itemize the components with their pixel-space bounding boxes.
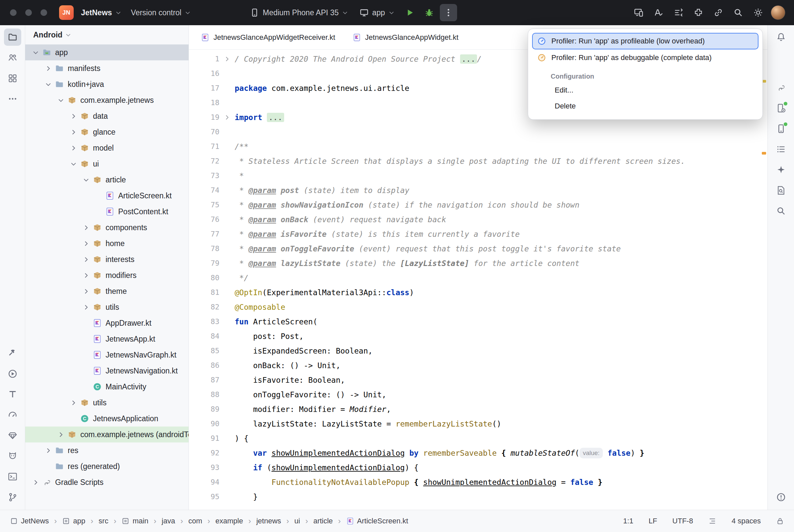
code-line-72[interactable]: 72 * Stateless Article Screen that displ… bbox=[189, 154, 768, 169]
breadcrumb-app[interactable]: app bbox=[62, 517, 85, 525]
tree-item-res-generated-[interactable]: res (generated) bbox=[25, 458, 188, 474]
profiler-debuggable-option[interactable]: Profiler: Run 'app' as debuggable (compl… bbox=[532, 50, 758, 66]
tree-item-res[interactable]: res bbox=[25, 442, 188, 458]
chevron-down-icon[interactable] bbox=[42, 81, 54, 88]
build-variants-icon[interactable] bbox=[670, 4, 687, 21]
code-line-74[interactable]: 74 * @param post (state) item to display bbox=[189, 183, 768, 198]
chevron-down-icon[interactable] bbox=[80, 176, 92, 184]
breadcrumb-java[interactable]: java bbox=[162, 517, 175, 525]
tree-item-JetnewsNavGraph.kt[interactable]: JetnewsNavGraph.kt bbox=[25, 347, 188, 363]
code-line-92[interactable]: 92 var showUnimplementedActionDialog by … bbox=[189, 446, 768, 460]
code-line-85[interactable]: 85 isExpandedScreen: Boolean, bbox=[189, 344, 768, 358]
code-line-87[interactable]: 87 isFavorite: Boolean, bbox=[189, 373, 768, 387]
code-line-70[interactable]: 70 bbox=[189, 125, 768, 139]
tree-item-app[interactable]: app bbox=[25, 44, 188, 60]
chevron-right-icon[interactable] bbox=[80, 304, 92, 311]
tree-item-ArticleScreen.kt[interactable]: ArticleScreen.kt bbox=[25, 188, 188, 204]
todo-icon[interactable] bbox=[4, 386, 21, 403]
run-configuration-selector[interactable]: app bbox=[355, 4, 399, 21]
tree-item-Gradle-Scripts[interactable]: Gradle Scripts bbox=[25, 474, 188, 490]
chevron-right-icon[interactable] bbox=[80, 272, 92, 279]
chevron-right-icon[interactable] bbox=[42, 65, 54, 72]
chevron-right-icon[interactable] bbox=[30, 479, 41, 486]
plugins-icon[interactable] bbox=[690, 4, 707, 21]
code-line-95[interactable]: 95 } bbox=[189, 490, 768, 504]
tree-item-MainActivity[interactable]: CMainActivity bbox=[25, 379, 188, 395]
profiler-icon[interactable] bbox=[4, 406, 21, 423]
chevron-right-icon[interactable] bbox=[68, 145, 79, 152]
project-icon[interactable] bbox=[4, 28, 21, 46]
breadcrumb-main[interactable]: main bbox=[122, 517, 148, 525]
tree-item-JetnewsApp.kt[interactable]: JetnewsApp.kt bbox=[25, 331, 188, 347]
tree-item-manifests[interactable]: manifests bbox=[25, 60, 188, 76]
breadcrumb-JetNews[interactable]: JetNews bbox=[10, 517, 49, 525]
tree-item-ui[interactable]: ui bbox=[25, 156, 188, 172]
editor-tab-JetnewsGlanceAppWidget.kt[interactable]: JetnewsGlanceAppWidget.kt bbox=[344, 25, 467, 50]
tree-item-JetnewsNavigation.kt[interactable]: JetnewsNavigation.kt bbox=[25, 363, 188, 379]
run-tool-window-icon[interactable] bbox=[4, 365, 21, 382]
pull-requests-icon[interactable] bbox=[4, 49, 21, 66]
code-line-76[interactable]: 76 * @param onBack (event) request navig… bbox=[189, 212, 768, 227]
profiler-profileable-option[interactable]: Profiler: Run 'app' as profileable (low … bbox=[532, 33, 758, 50]
chevron-right-icon[interactable] bbox=[68, 399, 79, 406]
chevron-right-icon[interactable] bbox=[68, 129, 79, 136]
chevron-right-icon[interactable] bbox=[68, 113, 79, 120]
code-line-84[interactable]: 84 post: Post, bbox=[189, 329, 768, 344]
more-tool-windows-icon[interactable] bbox=[4, 90, 21, 108]
tree-item-home[interactable]: home bbox=[25, 235, 188, 251]
breadcrumb-article[interactable]: article bbox=[313, 517, 333, 525]
gemini-icon[interactable] bbox=[772, 161, 790, 178]
tree-item-article[interactable]: article bbox=[25, 172, 188, 188]
device-mirroring-icon[interactable] bbox=[630, 4, 647, 21]
breadcrumb-com[interactable]: com bbox=[188, 517, 202, 525]
code-line-79[interactable]: 79 * @param lazyListState (state) the [L… bbox=[189, 256, 768, 271]
logcat-icon[interactable] bbox=[4, 448, 21, 465]
terminal-icon[interactable] bbox=[4, 468, 21, 485]
tree-item-components[interactable]: components bbox=[25, 220, 188, 235]
scrollbar-error-mark[interactable] bbox=[762, 152, 766, 155]
tree-item-AppDrawer.kt[interactable]: AppDrawer.kt bbox=[25, 315, 188, 331]
tree-item-modifiers[interactable]: modifiers bbox=[25, 267, 188, 283]
running-devices-icon[interactable] bbox=[772, 120, 790, 137]
breadcrumb-example[interactable]: example bbox=[216, 517, 243, 525]
code-line-81[interactable]: 81@OptIn(ExperimentalMaterial3Api::class… bbox=[189, 285, 768, 300]
app-quality-insights-icon[interactable] bbox=[772, 182, 790, 199]
readonly-lock-icon[interactable] bbox=[776, 517, 784, 525]
tree-item-glance[interactable]: glance bbox=[25, 124, 188, 140]
code-line-91[interactable]: 91) { bbox=[189, 431, 768, 446]
code-line-88[interactable]: 88 onToggleFavorite: () -> Unit, bbox=[189, 387, 768, 402]
tree-item-interests[interactable]: interests bbox=[25, 251, 188, 267]
delete-configuration-option[interactable]: Delete bbox=[532, 98, 758, 114]
breadcrumb-ui[interactable]: ui bbox=[294, 517, 300, 525]
app-inspection-icon[interactable] bbox=[4, 427, 21, 444]
code-line-86[interactable]: 86 onBack: () -> Unit, bbox=[189, 358, 768, 373]
chevron-right-icon[interactable] bbox=[80, 224, 92, 231]
code-inspection-icon[interactable] bbox=[650, 4, 667, 21]
gradle-icon[interactable] bbox=[772, 79, 790, 96]
edit-configuration-option[interactable]: Edit... bbox=[532, 82, 758, 98]
chevron-right-icon[interactable] bbox=[80, 288, 92, 295]
problems-icon[interactable] bbox=[772, 489, 790, 506]
version-control-menu[interactable]: Version control bbox=[126, 4, 196, 21]
debug-button[interactable] bbox=[421, 4, 438, 21]
find-icon[interactable] bbox=[772, 202, 790, 220]
tree-item-model[interactable]: model bbox=[25, 140, 188, 156]
code-line-93[interactable]: 93 if (showUnimplementedActionDialog) { bbox=[189, 460, 768, 475]
tree-item-utils[interactable]: utils bbox=[25, 299, 188, 315]
tree-item-utils[interactable]: utils bbox=[25, 395, 188, 411]
device-manager-icon[interactable] bbox=[772, 99, 790, 117]
tree-item-theme[interactable]: theme bbox=[25, 283, 188, 299]
line-separator[interactable]: LF bbox=[649, 517, 657, 525]
chevron-right-icon[interactable] bbox=[80, 240, 92, 247]
tree-item-data[interactable]: data bbox=[25, 108, 188, 124]
tree-item-com.example.jetnews[interactable]: com.example.jetnews bbox=[25, 92, 188, 108]
minimize-window-button[interactable] bbox=[25, 9, 32, 16]
breadcrumb-jetnews[interactable]: jetnews bbox=[256, 517, 281, 525]
file-encoding[interactable]: UTF-8 bbox=[672, 517, 693, 525]
code-line-83[interactable]: 83fun ArticleScreen( bbox=[189, 315, 768, 329]
chevron-right-icon[interactable] bbox=[42, 447, 54, 454]
fold-arrow-icon[interactable] bbox=[219, 52, 235, 66]
code-line-82[interactable]: 82@Composable bbox=[189, 300, 768, 315]
maximize-window-button[interactable] bbox=[40, 9, 47, 16]
breadcrumb-ArticleScreen.kt[interactable]: ArticleScreen.kt bbox=[346, 517, 408, 525]
